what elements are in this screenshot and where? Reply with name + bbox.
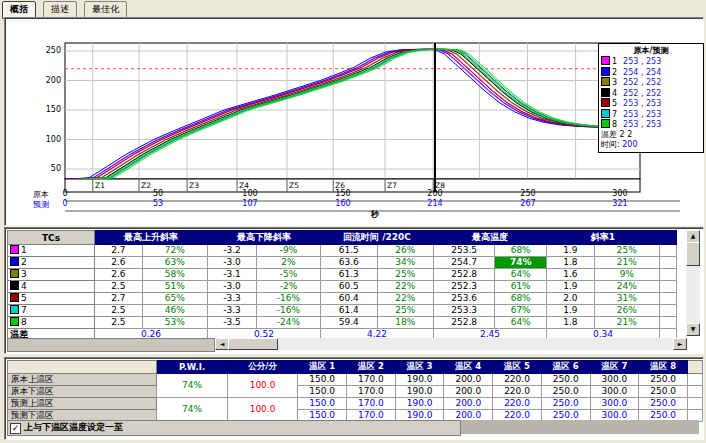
zone-temp-cell[interactable]: 250.0 bbox=[639, 398, 688, 410]
tc-color-chip bbox=[10, 317, 19, 326]
tc-stat-cell: 60.4 bbox=[321, 293, 378, 305]
tc-stat-cell: 2.7 bbox=[95, 245, 143, 257]
tc-stat-cell: 2.6 bbox=[95, 269, 143, 281]
tc-stat-cell: 59.4 bbox=[321, 317, 378, 329]
tc-row-header: 5 bbox=[8, 293, 95, 305]
tc-table-group-header: 回流时间 /220C bbox=[321, 231, 434, 245]
scroll-down-button[interactable]: ▼ bbox=[686, 323, 700, 336]
tc-color-chip bbox=[10, 269, 19, 278]
tc-stat-cell: 51% bbox=[142, 281, 207, 293]
zone-temp-cell[interactable]: 300.0 bbox=[590, 398, 639, 410]
tab-bar: 概括 描述 最佳化 bbox=[2, 1, 129, 17]
scroll-left-button[interactable]: ◄ bbox=[215, 338, 229, 350]
zone-temp-cell: 300.0 bbox=[590, 386, 639, 398]
legend-tc-row: 3252 , 252 bbox=[601, 77, 701, 88]
zone-temp-cell: 150.0 bbox=[298, 374, 347, 386]
zone-temp-cell[interactable]: 170.0 bbox=[347, 398, 396, 410]
tc-stat-cell: 2.7 bbox=[95, 293, 143, 305]
tc-color-chip bbox=[601, 88, 610, 97]
tc-stat-cell: 1.8 bbox=[547, 317, 595, 329]
zone-temp-cell[interactable]: 190.0 bbox=[395, 398, 444, 410]
legend-tc-number: 1 bbox=[612, 57, 617, 66]
zone-table-extra-header bbox=[688, 361, 703, 374]
zone-sync-checkbox[interactable]: ✓ bbox=[10, 423, 21, 434]
zone-temp-cell: 250.0 bbox=[639, 374, 688, 386]
zone-temp-cell[interactable]: 220.0 bbox=[493, 398, 542, 410]
tc-stat-cell: -24% bbox=[256, 317, 320, 329]
tc-stat-cell: 21% bbox=[594, 317, 659, 329]
legend-tc-row: 8253 , 253 bbox=[601, 119, 701, 130]
tc-row-header: 4 bbox=[8, 281, 95, 293]
tc-stat-cell: 24% bbox=[594, 281, 659, 293]
zone-label: Z7 bbox=[387, 181, 397, 190]
zone-temp-cell: 220.0 bbox=[493, 386, 542, 398]
hscroll-thumb[interactable] bbox=[228, 338, 278, 350]
legend-tc-row: 7253 , 253 bbox=[601, 109, 701, 120]
zone-row-label: 预测上温区 bbox=[8, 398, 157, 410]
scroll-right-button[interactable]: ► bbox=[673, 338, 687, 350]
legend-tc-values: 252 , 252 bbox=[623, 78, 661, 87]
tc-color-chip bbox=[601, 56, 610, 65]
zone-temp-cell: 200.0 bbox=[444, 374, 493, 386]
zone-temp-cell[interactable]: 200.0 bbox=[444, 398, 493, 410]
tc-stat-cell: -3.3 bbox=[208, 305, 257, 317]
tc-table-group-header: 最高下降斜率 bbox=[208, 231, 321, 245]
x-tick-predicted: 160 bbox=[329, 199, 357, 208]
legend-tc-values: 253 , 253 bbox=[623, 110, 661, 119]
zone-table-row: 原本下温区150.0170.0190.0200.0220.0250.0300.0… bbox=[8, 386, 703, 398]
zone-table-header: 温区 8 bbox=[639, 361, 688, 374]
zone-sync-row: ✓上与下温区温度设定一至 bbox=[7, 420, 699, 434]
tc-stat-cell: 68% bbox=[495, 245, 547, 257]
x-tick-predicted: 53 bbox=[144, 199, 172, 208]
tc-row-header: 2 bbox=[8, 257, 95, 269]
zone-table-header: 温区 7 bbox=[590, 361, 639, 374]
zone-temp-cell: 250.0 bbox=[541, 374, 590, 386]
zone-temp-cell[interactable]: 250.0 bbox=[541, 398, 590, 410]
legend-tempdiff-row: 温差 2 2 bbox=[601, 130, 701, 141]
tc-table-extra-header bbox=[660, 231, 677, 245]
zone-temp-cell: 250.0 bbox=[541, 386, 590, 398]
y-tick-label: 50 bbox=[41, 164, 61, 173]
tc-stat-cell: 2% bbox=[256, 257, 320, 269]
chart-legend: 原本/预测1253 , 2532254 , 2543252 , 2524252 … bbox=[598, 43, 704, 153]
zone-temp-cell: 190.0 bbox=[395, 386, 444, 398]
legend-header: 原本/预测 bbox=[601, 45, 701, 56]
vscroll-thumb[interactable] bbox=[686, 242, 700, 266]
tc-stat-cell: 58% bbox=[142, 269, 207, 281]
y-tick-label: 100 bbox=[41, 135, 61, 144]
x-tick-original: 200 bbox=[421, 189, 449, 198]
zone-temp-cell[interactable]: 150.0 bbox=[298, 398, 347, 410]
tc-number: 7 bbox=[21, 305, 27, 315]
zone-label: Z3 bbox=[189, 181, 199, 190]
zone-temp-cell: 250.0 bbox=[639, 386, 688, 398]
legend-tc-values: 253 , 253 bbox=[623, 57, 661, 66]
tc-stat-cell: 25% bbox=[377, 269, 433, 281]
profile-chart-panel: 25020015010050 Z1Z2Z3Z4Z5Z6Z7Z8 原本 预测 05… bbox=[4, 17, 704, 226]
pwi-cell: 74% bbox=[157, 398, 227, 422]
tc-stat-cell: 1.6 bbox=[547, 269, 595, 281]
tc-number: 2 bbox=[21, 257, 27, 267]
x-tick-predicted: 0 bbox=[51, 199, 79, 208]
legend-tc-number: 5 bbox=[612, 99, 617, 108]
zone-sync-label: 上与下温区温度设定一至 bbox=[24, 422, 123, 432]
tc-stat-cell: 34% bbox=[377, 257, 433, 269]
tc-stat-cell: 2.5 bbox=[95, 305, 143, 317]
tc-stat-cell: 74% bbox=[495, 257, 547, 269]
mid-table-vscrollbar[interactable]: ▲ ▼ bbox=[686, 230, 700, 336]
tc-stat-cell: 61.4 bbox=[321, 305, 378, 317]
plot-border bbox=[65, 43, 640, 179]
zone-table-row: 原本上温区74%100.0150.0170.0190.0200.0220.025… bbox=[8, 374, 703, 386]
legend-tc-number: 8 bbox=[612, 120, 617, 129]
zone-table-header: 温区 1 bbox=[298, 361, 347, 374]
legend-tc-row: 5253 , 253 bbox=[601, 98, 701, 109]
mid-table-hscrollbar[interactable]: ◄ ► bbox=[215, 338, 687, 350]
tc-stat-cell: -3.2 bbox=[208, 245, 257, 257]
tc-extra-cell bbox=[660, 245, 677, 257]
tc-table-row: 72.546%-3.3-16%61.425%253.367%1.926% bbox=[8, 305, 677, 317]
app-window: 概括 描述 最佳化 25020015010050 Z1Z2Z3Z4Z5Z6Z7Z… bbox=[0, 0, 706, 443]
tc-stat-cell: 64% bbox=[495, 317, 547, 329]
tc-stat-cell: 2.0 bbox=[547, 293, 595, 305]
tc-stat-cell: -16% bbox=[256, 305, 320, 317]
zone-sync-option[interactable]: ✓上与下温区温度设定一至 bbox=[7, 420, 461, 436]
y-tick-label: 200 bbox=[41, 76, 61, 85]
